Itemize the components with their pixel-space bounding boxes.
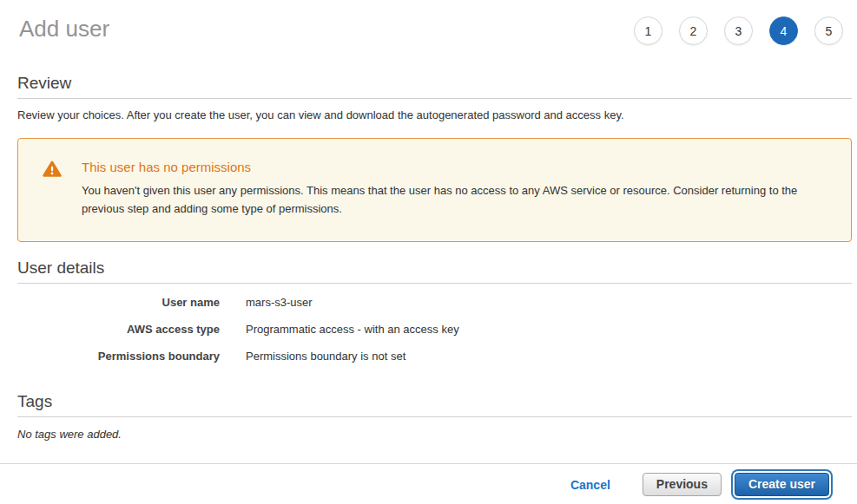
main-content: Review Review your choices. After you cr… xyxy=(0,74,857,441)
wizard-footer: Cancel Previous Create user xyxy=(0,463,857,496)
step-indicator-3[interactable]: 3 xyxy=(724,16,753,45)
review-description: Review your choices. After you create th… xyxy=(17,108,852,122)
create-user-button[interactable]: Create user xyxy=(735,473,829,496)
step-indicator-1[interactable]: 1 xyxy=(634,16,663,45)
page-header: Add user 1 2 3 4 5 xyxy=(0,0,857,45)
tags-heading: Tags xyxy=(17,392,852,411)
section-divider xyxy=(17,283,852,284)
review-heading: Review xyxy=(17,74,852,93)
warning-text: This user has no permissions You haven't… xyxy=(82,160,825,218)
step-indicator-4-active[interactable]: 4 xyxy=(769,16,798,45)
warning-body: You haven't given this user any permissi… xyxy=(82,181,825,218)
section-divider xyxy=(17,416,852,417)
detail-value-access-type: Programmatic access - with an access key xyxy=(246,322,852,337)
table-row: AWS access type Programmatic access - wi… xyxy=(17,316,852,343)
no-permissions-warning: This user has no permissions You haven't… xyxy=(17,138,852,242)
warning-title: This user has no permissions xyxy=(82,160,825,174)
detail-value-user-name: mars-s3-user xyxy=(246,295,852,310)
user-details-list: User name mars-s3-user AWS access type P… xyxy=(17,289,852,370)
previous-button[interactable]: Previous xyxy=(643,473,722,496)
step-indicator-2[interactable]: 2 xyxy=(679,16,708,45)
cancel-button[interactable]: Cancel xyxy=(570,478,610,492)
detail-label-user-name: User name xyxy=(17,295,220,310)
section-divider xyxy=(17,98,852,99)
tags-empty-text: No tags were added. xyxy=(17,428,852,441)
page-title: Add user xyxy=(19,16,109,42)
wizard-step-indicator: 1 2 3 4 5 xyxy=(634,16,843,45)
detail-value-permissions-boundary: Permissions boundary is not set xyxy=(246,349,852,363)
user-details-heading: User details xyxy=(17,259,852,278)
table-row: Permissions boundary Permissions boundar… xyxy=(17,343,852,370)
step-indicator-5[interactable]: 5 xyxy=(814,16,843,45)
warning-triangle-icon xyxy=(43,160,62,178)
detail-label-access-type: AWS access type xyxy=(17,322,220,337)
table-row: User name mars-s3-user xyxy=(17,289,852,316)
detail-label-permissions-boundary: Permissions boundary xyxy=(17,349,220,363)
